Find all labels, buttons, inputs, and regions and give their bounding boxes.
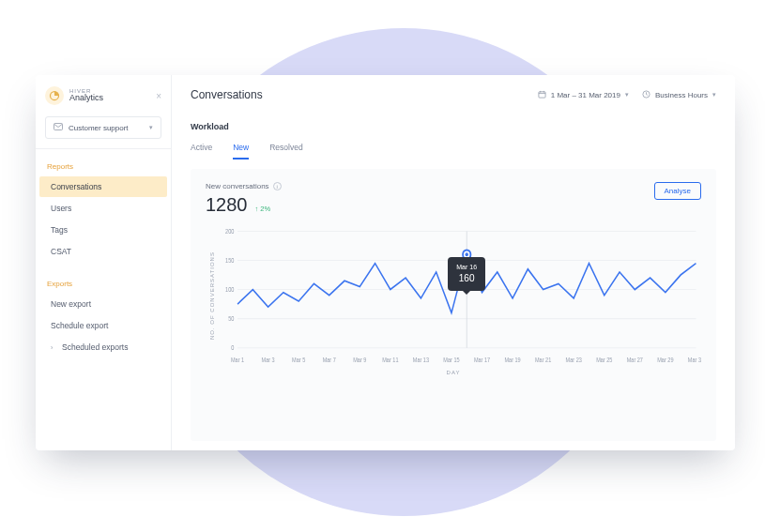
section-reports-label: Reports <box>36 159 171 176</box>
chart-area[interactable]: 050100150200Mar 1Mar 3Mar 5Mar 7Mar 9Mar… <box>215 225 701 366</box>
svg-text:Mar 9: Mar 9 <box>353 357 367 362</box>
sidebar-item-conversations[interactable]: Conversations <box>39 176 167 197</box>
topbar: Conversations 1 Mar – 31 Mar 2019 ▾ Busi… <box>191 88 716 101</box>
svg-text:Mar 3: Mar 3 <box>262 357 276 362</box>
mail-icon <box>54 123 63 132</box>
brand-title: Analytics <box>69 94 103 103</box>
sidebar-item-scheduled-exports[interactable]: ›Scheduled exports <box>39 337 167 357</box>
svg-text:Mar 23: Mar 23 <box>566 357 583 362</box>
chevron-right-icon: › <box>51 344 56 351</box>
svg-text:200: 200 <box>225 228 235 234</box>
svg-text:Mar 29: Mar 29 <box>657 357 674 362</box>
main-content: Conversations 1 Mar – 31 Mar 2019 ▾ Busi… <box>172 75 735 450</box>
sidebar-item-label: Schedule export <box>51 321 108 330</box>
workload-tabs: ActiveNewResolved <box>191 143 716 160</box>
date-range-label: 1 Mar – 31 Mar 2019 <box>551 91 620 99</box>
mailbox-selector-label: Customer support <box>69 124 129 132</box>
sidebar-item-tags[interactable]: Tags <box>39 220 167 240</box>
sidebar-item-new-export[interactable]: New export <box>39 294 167 314</box>
clock-icon <box>642 90 650 100</box>
svg-text:50: 50 <box>228 315 235 321</box>
brand-row: HIVER Analytics × <box>36 75 171 113</box>
sidebar-item-label: Scheduled exports <box>62 342 128 352</box>
analyse-button[interactable]: Analyse <box>654 182 701 200</box>
app-window: HIVER Analytics × Customer support ▾ Rep… <box>36 75 735 450</box>
info-icon[interactable]: i <box>273 182 282 190</box>
svg-text:Mar 25: Mar 25 <box>596 357 613 362</box>
date-range-picker[interactable]: 1 Mar – 31 Mar 2019 ▾ <box>538 90 629 100</box>
svg-text:Mar 21: Mar 21 <box>535 357 552 362</box>
close-icon[interactable]: × <box>156 91 161 101</box>
svg-text:Mar 13: Mar 13 <box>413 357 430 362</box>
sidebar-item-schedule-export[interactable]: Schedule export <box>39 315 167 336</box>
svg-rect-2 <box>539 91 545 97</box>
svg-text:Mar 27: Mar 27 <box>627 357 644 362</box>
hours-mode-label: Business Hours <box>655 91 708 99</box>
sidebar-item-label: New export <box>51 299 91 309</box>
svg-point-16 <box>466 252 468 256</box>
svg-text:Mar 17: Mar 17 <box>474 357 491 362</box>
sidebar-item-csat[interactable]: CSAT <box>39 241 167 262</box>
calendar-icon <box>538 90 546 100</box>
svg-text:Mar 1: Mar 1 <box>231 357 245 362</box>
metric-delta: ↑ 2% <box>255 205 271 213</box>
sidebar: HIVER Analytics × Customer support ▾ Rep… <box>36 75 172 450</box>
tab-new[interactable]: New <box>233 143 249 160</box>
svg-text:0: 0 <box>231 345 235 351</box>
chevron-down-icon: ▾ <box>712 91 716 99</box>
svg-text:Mar 7: Mar 7 <box>323 357 337 362</box>
page-title: Conversations <box>191 88 263 101</box>
svg-text:100: 100 <box>225 286 235 292</box>
chart-ylabel: NO. OF CONVERSATIONS <box>206 225 215 366</box>
sidebar-item-users[interactable]: Users <box>39 198 167 219</box>
svg-rect-1 <box>54 124 63 130</box>
chevron-down-icon: ▾ <box>625 91 629 99</box>
svg-text:Mar 11: Mar 11 <box>382 357 399 362</box>
hours-mode-picker[interactable]: Business Hours ▾ <box>642 90 716 100</box>
metric-label: New conversations <box>206 182 269 190</box>
chevron-down-icon: ▾ <box>149 124 153 131</box>
mailbox-selector[interactable]: Customer support ▾ <box>45 116 161 139</box>
svg-text:Mar 31: Mar 31 <box>688 357 701 362</box>
section-exports-label: Exports <box>36 276 171 294</box>
chart-panel: New conversations i 1280 ↑ 2% Analyse NO… <box>191 169 716 441</box>
brand-logo-icon <box>45 86 64 105</box>
svg-text:150: 150 <box>225 257 235 263</box>
workload-subhead: Workload <box>191 122 716 131</box>
svg-text:Mar 5: Mar 5 <box>292 357 306 362</box>
chart-xlabel: DAY <box>206 370 701 375</box>
tab-resolved[interactable]: Resolved <box>269 143 302 160</box>
svg-text:Mar 15: Mar 15 <box>443 357 460 362</box>
svg-text:Mar 19: Mar 19 <box>504 357 521 362</box>
tab-active[interactable]: Active <box>191 143 212 160</box>
metric-value: 1280 <box>206 194 248 216</box>
